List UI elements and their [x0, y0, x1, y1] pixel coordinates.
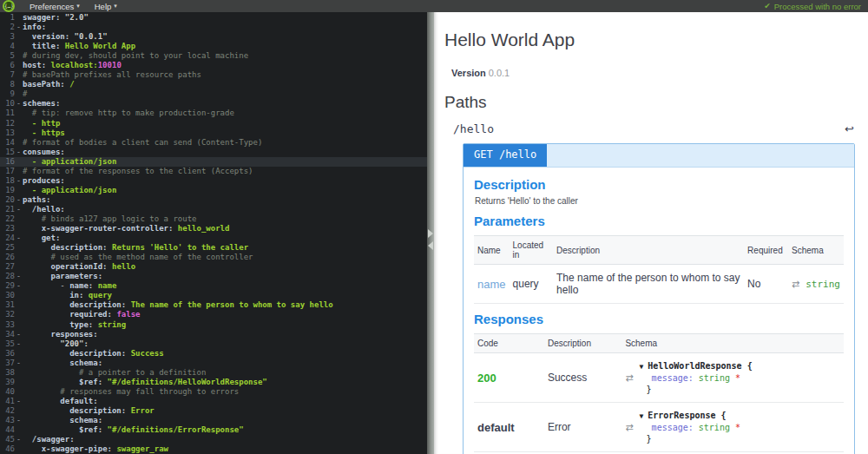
editor-line[interactable]: 31 description: The name of the person t… [0, 300, 427, 310]
response-row: 200Success⇄▼ HelloWorldResponse {message… [474, 353, 844, 403]
line-number: 24 [0, 234, 15, 243]
line-number: 19 [0, 186, 15, 195]
code-token: $ref: [79, 425, 102, 434]
editor-line[interactable]: 26 # used as the method name of the cont… [0, 253, 427, 262]
editor-line[interactable]: 25 description: Returns 'Hello' to the c… [0, 243, 427, 253]
code-token: required: [69, 310, 112, 319]
path-label: /hello [453, 122, 494, 135]
editor-line[interactable]: 4 title: Hello World App [0, 42, 427, 51]
editor-line[interactable]: 15-consumes: [0, 148, 427, 157]
editor-line[interactable]: 2-info: [0, 23, 427, 32]
code-token: x-swagger-pipe: [42, 444, 112, 453]
fold-marker[interactable]: - [15, 281, 23, 291]
editor-line[interactable]: 35- "200": [0, 339, 427, 349]
editor-line[interactable]: 11 # tip: remove http to make production… [0, 109, 427, 118]
editor-line[interactable]: 12 - http [0, 119, 427, 128]
status-text: Processed with no error [774, 2, 861, 11]
line-number: 42 [0, 406, 15, 416]
editor-line[interactable]: 34- responses: [0, 330, 427, 339]
response-row: defaultError⇄▼ ErrorResponse {message: s… [474, 403, 844, 452]
editor-line[interactable]: 24- get: [0, 234, 427, 243]
response-header-row: Code Description Schema [474, 334, 844, 353]
editor-line[interactable]: 20-paths: [0, 195, 427, 205]
fold-marker[interactable]: - [15, 99, 23, 109]
fold-marker[interactable]: - [15, 23, 23, 32]
fold-marker [15, 262, 23, 272]
fold-marker[interactable]: - [15, 176, 23, 186]
editor-line[interactable]: 19 - application/json [0, 186, 427, 195]
code-token [23, 359, 69, 367]
code-token: Returns 'Hello' to the caller [108, 243, 249, 252]
editor-line[interactable]: 28- parameters: [0, 272, 427, 281]
editor-line[interactable]: 32 required: false [0, 310, 427, 319]
editor-line[interactable]: 42 description: Error [0, 406, 427, 416]
editor-line[interactable]: 23 x-swagger-router-controller: hello_wo… [0, 224, 427, 234]
fold-marker[interactable]: - [15, 148, 23, 157]
editor-line[interactable]: 27 operationId: hello [0, 262, 427, 272]
editor-line[interactable]: 7# basePath prefixes all resource paths [0, 70, 427, 80]
line-number: 20 [0, 195, 15, 205]
editor-line[interactable]: 44 $ref: "#/definitions/ErrorResponse" [0, 425, 427, 435]
fold-marker[interactable]: - [15, 272, 23, 281]
code-token: # format of the responses to the client … [23, 167, 253, 175]
editor-line[interactable]: 39 $ref: "#/definitions/HelloWorldRespon… [0, 378, 427, 387]
fold-marker [15, 387, 23, 397]
fold-marker[interactable]: - [15, 195, 23, 205]
code-token: false [112, 310, 141, 319]
editor-line[interactable]: 13 - https [0, 128, 427, 138]
line-number: 1 [0, 13, 15, 23]
triangle-down-icon[interactable]: ▼ [640, 412, 648, 420]
fold-marker[interactable]: - [15, 330, 23, 339]
code-text: responses: [23, 330, 427, 339]
editor-line[interactable]: 8basePath: / [0, 80, 427, 89]
editor-line[interactable]: 22 # binds a127 app logic to a route [0, 214, 427, 224]
editor-line[interactable]: 36 description: Success [0, 349, 427, 359]
splitter-grip-icon[interactable] [427, 227, 434, 257]
editor-line[interactable]: 16 - application/json [0, 157, 427, 167]
editor-line[interactable]: 1swagger: "2.0" [0, 13, 427, 23]
editor-line[interactable]: 33 type: string [0, 320, 427, 330]
code-text: /hello: [23, 205, 427, 214]
code-text: consumes: [23, 148, 427, 157]
schema-json-block: ▼ HelloWorldResponse {message: string *} [640, 360, 753, 395]
jump-to-source-icon[interactable]: ↩ [845, 123, 854, 135]
editor-line[interactable]: 5# during dev, should point to your loca… [0, 51, 427, 61]
method-tab[interactable]: GET /hello [464, 144, 547, 167]
help-menu[interactable]: Help ▾ [95, 2, 117, 11]
editor-line[interactable]: 21- /hello: [0, 205, 427, 214]
fold-marker [15, 80, 23, 89]
app-logo-icon[interactable]: {…} [3, 0, 15, 12]
yaml-editor[interactable]: 1swagger: "2.0"2-info:3 version: "0.0.1"… [0, 12, 427, 454]
preferences-menu[interactable]: Preferences ▾ [30, 2, 80, 11]
code-token: in: [69, 291, 83, 299]
triangle-down-icon[interactable]: ▼ [640, 363, 648, 371]
editor-line[interactable]: 14# format of bodies a client can send (… [0, 138, 427, 148]
editor-line[interactable]: 45- /swagger: [0, 435, 427, 444]
fold-marker[interactable]: - [15, 339, 23, 349]
editor-line[interactable]: 38 # a pointer to a definition [0, 368, 427, 378]
editor-line[interactable]: 30 in: query [0, 291, 427, 300]
editor-line[interactable]: 37- schema: [0, 359, 427, 368]
editor-line[interactable]: 29- - name: name [0, 281, 427, 291]
fold-marker [15, 368, 23, 378]
editor-line[interactable]: 17# format of the responses to the clien… [0, 167, 427, 176]
editor-line[interactable]: 9# [0, 89, 427, 99]
editor-line[interactable]: 3 version: "0.0.1" [0, 32, 427, 42]
fold-marker[interactable]: - [15, 397, 23, 406]
code-text: # responses may fall through to errors [23, 387, 427, 397]
fold-marker[interactable]: - [15, 435, 23, 444]
editor-line[interactable]: 46 x-swagger-pipe: swagger_raw [0, 444, 427, 454]
editor-line[interactable]: 18-produces: [0, 176, 427, 186]
fold-marker[interactable]: - [15, 205, 23, 214]
editor-line[interactable]: 41- default: [0, 397, 427, 406]
editor-line[interactable]: 6host: localhost:10010 [0, 61, 427, 70]
fold-marker[interactable]: - [15, 234, 23, 243]
parameters-table: Name Located in Description Required Sch… [474, 235, 844, 304]
fold-marker[interactable]: - [15, 359, 23, 368]
fold-marker[interactable]: - [15, 416, 23, 425]
code-token [23, 243, 51, 252]
editor-line[interactable]: 40 # responses may fall through to error… [0, 387, 427, 397]
editor-line[interactable]: 10-schemes: [0, 99, 427, 109]
editor-line[interactable]: 43- schema: [0, 416, 427, 425]
code-token: get: [42, 234, 61, 242]
